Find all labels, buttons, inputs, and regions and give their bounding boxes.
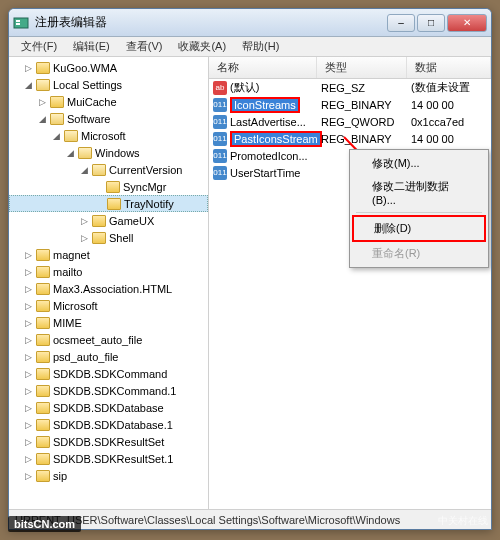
close-button[interactable]: ✕ [447,14,487,32]
tree-node-syncmgr[interactable]: SyncMgr [9,178,208,195]
list-item[interactable]: 011IconStreamsREG_BINARY14 00 00 [209,96,491,113]
expander-icon[interactable]: ▷ [23,385,34,396]
tree-node-gameux[interactable]: ▷GameUX [9,212,208,229]
expander-icon[interactable]: ▷ [79,215,90,226]
tree-node-psd-auto-file[interactable]: ▷psd_auto_file [9,348,208,365]
tree-node-currentversion[interactable]: ◢CurrentVersion [9,161,208,178]
tree-node-sdkdb-sdkresultset-1[interactable]: ▷SDKDB.SDKResultSet.1 [9,450,208,467]
expander-icon[interactable]: ◢ [79,164,90,175]
folder-icon [92,215,106,227]
list-item[interactable]: ab(默认)REG_SZ(数值未设置 [209,79,491,96]
tree-node-kugoo-wma[interactable]: ▷KuGoo.WMA [9,59,208,76]
tree-node-ocsmeet-auto-file[interactable]: ▷ocsmeet_auto_file [9,331,208,348]
tree-node-sip[interactable]: ▷sip [9,467,208,484]
value-type: REG_QWORD [321,116,411,128]
expander-icon[interactable]: ▷ [23,351,34,362]
tree-node-local-settings[interactable]: ◢Local Settings [9,76,208,93]
tree-node-windows[interactable]: ◢Windows [9,144,208,161]
ctx-modify[interactable]: 修改(M)... [352,152,486,175]
expander-icon[interactable]: ▷ [23,249,34,260]
expander-icon[interactable]: ▷ [23,402,34,413]
tree-label: magnet [53,249,90,261]
expander-icon[interactable] [94,198,105,209]
expander-icon[interactable]: ◢ [23,79,34,90]
ctx-rename[interactable]: 重命名(R) [352,242,486,265]
tree-node-microsoft[interactable]: ◢Microsoft [9,127,208,144]
tree-label: sip [53,470,67,482]
expander-icon[interactable]: ▷ [23,453,34,464]
expander-icon[interactable]: ▷ [23,317,34,328]
value-name: (默认) [230,80,259,95]
minimize-button[interactable]: – [387,14,415,32]
tree-label: mailto [53,266,82,278]
expander-icon[interactable]: ▷ [23,62,34,73]
folder-icon [36,453,50,465]
expander-icon[interactable]: ▷ [23,368,34,379]
tree-label: Microsoft [81,130,126,142]
tree-view[interactable]: ▷KuGoo.WMA◢Local Settings▷MuiCache◢Softw… [9,57,209,509]
col-name[interactable]: 名称 [209,57,317,78]
ctx-delete[interactable]: 删除(D) [352,215,486,242]
tree-node-sdkdb-sdkcommand-1[interactable]: ▷SDKDB.SDKCommand.1 [9,382,208,399]
titlebar[interactable]: 注册表编辑器 – □ ✕ [9,9,491,37]
tree-node-software[interactable]: ◢Software [9,110,208,127]
tree-node-mailto[interactable]: ▷mailto [9,263,208,280]
tree-node-traynotify[interactable]: TrayNotify [9,195,208,212]
ctx-modify-binary[interactable]: 修改二进制数据(B)... [352,175,486,210]
tree-node-muicache[interactable]: ▷MuiCache [9,93,208,110]
tree-label: ocsmeet_auto_file [53,334,142,346]
menu-file[interactable]: 文件(F) [13,37,65,56]
expander-icon[interactable]: ◢ [65,147,76,158]
col-type[interactable]: 类型 [317,57,407,78]
menu-edit[interactable]: 编辑(E) [65,37,118,56]
tree-label: CurrentVersion [109,164,182,176]
regedit-window: 注册表编辑器 – □ ✕ 文件(F) 编辑(E) 查看(V) 收藏夹(A) 帮助… [8,8,492,530]
folder-icon [36,368,50,380]
binary-value-icon: 011 [213,149,227,163]
folder-icon [36,283,50,295]
list-header: 名称 类型 数据 [209,57,491,79]
tree-label: SDKDB.SDKCommand.1 [53,385,177,397]
folder-icon [36,62,50,74]
menu-view[interactable]: 查看(V) [118,37,171,56]
expander-icon[interactable]: ▷ [23,334,34,345]
tree-node-mime[interactable]: ▷MIME [9,314,208,331]
folder-icon [36,334,50,346]
list-body[interactable]: ab(默认)REG_SZ(数值未设置011IconStreamsREG_BINA… [209,79,491,509]
tree-node-microsoft[interactable]: ▷Microsoft [9,297,208,314]
expander-icon[interactable]: ▷ [23,283,34,294]
folder-icon [36,470,50,482]
maximize-button[interactable]: □ [417,14,445,32]
expander-icon[interactable]: ▷ [23,266,34,277]
value-name: PromotedIcon... [230,150,308,162]
binary-value-icon: 011 [213,166,227,180]
tree-node-max3-association-html[interactable]: ▷Max3.Association.HTML [9,280,208,297]
tree-node-magnet[interactable]: ▷magnet [9,246,208,263]
folder-icon [92,164,106,176]
list-item[interactable]: 011PastIconsStreamREG_BINARY14 00 00 [209,130,491,147]
tree-node-sdkdb-sdkresultset[interactable]: ▷SDKDB.SDKResultSet [9,433,208,450]
expander-icon[interactable]: ▷ [79,232,90,243]
window-buttons: – □ ✕ [387,14,487,32]
tree-label: Windows [95,147,140,159]
expander-icon[interactable]: ◢ [37,113,48,124]
col-data[interactable]: 数据 [407,57,491,78]
menu-favorites[interactable]: 收藏夹(A) [170,37,234,56]
expander-icon[interactable]: ◢ [51,130,62,141]
tree-node-shell[interactable]: ▷Shell [9,229,208,246]
value-data: (数值未设置 [411,80,491,95]
expander-icon[interactable]: ▷ [37,96,48,107]
folder-icon [36,385,50,397]
expander-icon[interactable]: ▷ [23,436,34,447]
tree-node-sdkdb-sdkdatabase-1[interactable]: ▷SDKDB.SDKDatabase.1 [9,416,208,433]
expander-icon[interactable] [93,181,104,192]
list-item[interactable]: 011LastAdvertise...REG_QWORD0x1cca7ed [209,113,491,130]
value-type: REG_BINARY [321,133,411,145]
folder-icon [36,436,50,448]
tree-node-sdkdb-sdkdatabase[interactable]: ▷SDKDB.SDKDatabase [9,399,208,416]
expander-icon[interactable]: ▷ [23,470,34,481]
expander-icon[interactable]: ▷ [23,419,34,430]
expander-icon[interactable]: ▷ [23,300,34,311]
tree-node-sdkdb-sdkcommand[interactable]: ▷SDKDB.SDKCommand [9,365,208,382]
menu-help[interactable]: 帮助(H) [234,37,287,56]
